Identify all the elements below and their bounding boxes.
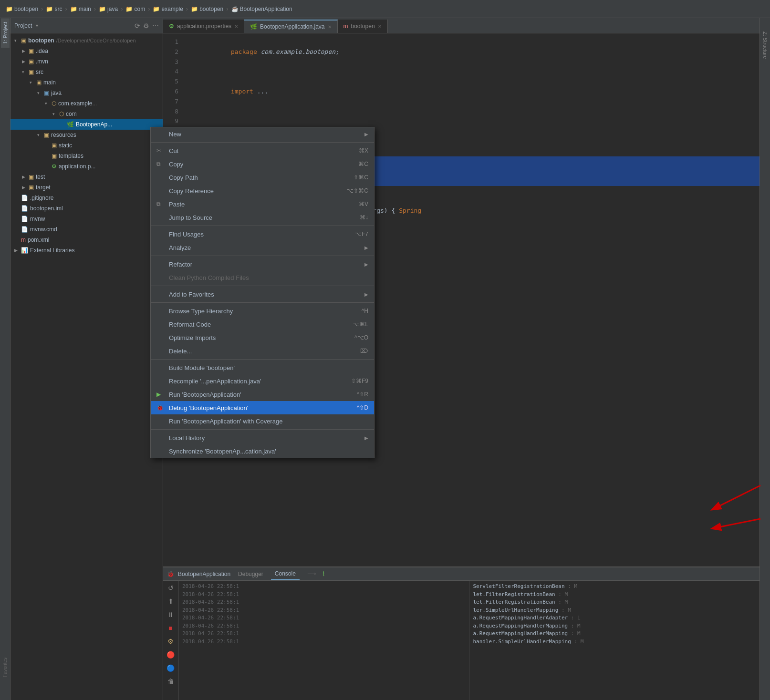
breadcrumb-example[interactable]: 📁 example (151, 6, 185, 12)
ctx-reformat[interactable]: Reformat Code ⌥⌘L (151, 318, 374, 331)
tree-resources[interactable]: ▾ ▣ resources (10, 130, 163, 140)
submenu-arrow: ▶ (364, 262, 368, 267)
close-tab-icon[interactable]: ✕ (234, 24, 238, 29)
tree-bootopen-class[interactable]: 🌿 BootopenAp... (10, 119, 163, 130)
stop-debug-btn[interactable]: ⬆ (166, 596, 176, 607)
right-log-6: a.RequestMappingHandlerMapping : M (473, 622, 756, 630)
tree-iml[interactable]: 📄 bootopen.iml (10, 203, 163, 214)
project-tab[interactable]: 1: Project (1, 18, 10, 48)
dropdown-arrow[interactable]: ▾ (36, 23, 38, 28)
ctx-copy-ref[interactable]: Copy Reference ⌥⇧⌘C (151, 184, 374, 197)
restart-btn[interactable]: ↺ (166, 583, 176, 593)
tab-console[interactable]: Console (271, 568, 300, 580)
ctx-add-fav[interactable]: Add to Favorites ▶ (151, 288, 374, 301)
ctx-sep-6 (151, 359, 374, 360)
package-icon: ⬡ (52, 100, 56, 107)
tab-app-props[interactable]: ⚙ application.properties ✕ (163, 20, 244, 33)
breadcrumb-src[interactable]: 📁 src (44, 6, 64, 12)
tree-idea[interactable]: ▶ ▣ .idea (10, 46, 163, 56)
folder-icon: ▣ (21, 37, 26, 44)
breadcrumb-bar: 📁 bootopen › 📁 src › 📁 main › 📁 java › 📁… (0, 0, 770, 18)
tree-test[interactable]: ▶ ▣ test (10, 172, 163, 182)
tree-static[interactable]: ▣ static (10, 140, 163, 151)
ctx-synchronize[interactable]: Synchronize 'BootopenAp...cation.java' (151, 444, 374, 458)
breadcrumb-com[interactable]: 📁 com (124, 6, 147, 12)
ctx-delete[interactable]: Delete... ⌦ (151, 344, 374, 358)
tree-main[interactable]: ▾ ▣ main (10, 77, 163, 88)
tab-bootopen-class[interactable]: 🌿 BootopenApplication.java ✕ (244, 20, 337, 33)
ctx-analyze[interactable]: Analyze ▶ (151, 241, 374, 254)
ctx-recompile[interactable]: Recompile '...penApplication.java' ⇧⌘F9 (151, 374, 374, 388)
tree-java[interactable]: ▾ ▣ java (10, 88, 163, 98)
submenu-arrow: ▶ (364, 292, 368, 297)
console-output[interactable]: 2018-04-26 22:58:1 2018-04-26 22:58:1 20… (178, 581, 469, 700)
tree-application-props[interactable]: ⚙ application.p... (10, 161, 163, 172)
expand-icon: ▾ (14, 38, 20, 43)
expand-icon: ▶ (22, 175, 28, 179)
stop-btn[interactable]: ■ (166, 623, 176, 633)
pause-btn[interactable]: ⏸ (166, 609, 176, 620)
breadcrumb-item[interactable]: 📁 bootopen (4, 6, 40, 12)
code-line-3: import ... (186, 77, 760, 106)
cut-icon: ✂ (156, 147, 166, 154)
tree-target[interactable]: ▶ ▣ target (10, 182, 163, 193)
tree-templates[interactable]: ▣ templates (10, 151, 163, 161)
ctx-jump-source[interactable]: Jump to Source ⌘↓ (151, 211, 374, 224)
ctx-cut[interactable]: ✂ Cut ⌘X (151, 144, 374, 157)
ctx-paste[interactable]: ⧉ Paste ⌘V (151, 197, 374, 211)
tree-src[interactable]: ▾ ▣ src (10, 67, 163, 77)
ctx-copy-path[interactable]: Copy Path ⇧⌘C (151, 171, 374, 184)
folder-icon: ▣ (29, 58, 34, 65)
submenu-arrow: ▶ (364, 435, 368, 441)
ctx-optimize[interactable]: Optimize Imports ^⌥O (151, 331, 374, 344)
console-right-output: ServletFilterRegistrationBean : M let.Fi… (469, 581, 760, 700)
tree-pom[interactable]: m pom.xml (10, 235, 163, 245)
tree-com[interactable]: ▾ ⬡ com (10, 109, 163, 119)
right-log-4: ler.SimpleUrlHandlerMapping : M (473, 607, 756, 615)
tree-gitignore[interactable]: 📄 .gitignore (10, 193, 163, 203)
close-tab-icon[interactable]: ✕ (378, 24, 382, 29)
bottom-section: 🐞 BootopenApplication Debugger Console ⟶… (163, 566, 760, 700)
breadcrumb-class[interactable]: ☕ BootopenApplication (229, 6, 294, 12)
settings-icon[interactable]: ⋯ (152, 22, 159, 30)
ctx-local-history[interactable]: Local History ▶ (151, 431, 374, 444)
ctx-new[interactable]: New ▶ (151, 127, 374, 141)
ctx-browse-hierarchy[interactable]: Browse Type Hierarchy ^H (151, 304, 374, 318)
ctx-find-usages[interactable]: Find Usages ⌥F7 (151, 227, 374, 241)
ctx-sep-4 (151, 286, 374, 286)
breadcrumb-bootopen[interactable]: 📁 bootopen (189, 6, 225, 12)
tree-mvn[interactable]: ▶ ▣ .mvn (10, 56, 163, 67)
filter-btn[interactable]: 🔵 (166, 663, 176, 673)
settings-btn[interactable]: ⚙ (166, 636, 176, 647)
structure-tab[interactable]: Z: Structure (761, 28, 770, 62)
expand-icon: ▾ (37, 133, 43, 137)
breadcrumb-main[interactable]: 📁 main (68, 6, 93, 12)
expand-icon: ▾ (52, 112, 58, 116)
ctx-copy[interactable]: ⧉ Copy ⌘C (151, 157, 374, 171)
tree-bootopen-root[interactable]: ▾ ▣ bootopen/Development/CodeOne/bootope… (10, 35, 163, 46)
ctx-debug[interactable]: 🐞 Debug 'BootopenApplication' ^⇧D (151, 401, 374, 414)
sync-icon[interactable]: ⟳ (135, 22, 140, 30)
clear-btn[interactable]: 🗑 (166, 676, 176, 687)
gear-icon[interactable]: ⚙ (143, 22, 149, 30)
log-line: 2018-04-26 22:58:1 (182, 607, 465, 615)
right-log-1: ServletFilterRegistrationBean : M (473, 583, 756, 591)
folder-icon: ▣ (29, 184, 34, 191)
panel-title: Project (14, 22, 32, 29)
tree-mvnw-cmd[interactable]: 📄 mvnw.cmd (10, 224, 163, 235)
file-tree: ▾ ▣ bootopen/Development/CodeOne/bootope… (10, 33, 163, 700)
ctx-run[interactable]: ▶ Run 'BootopenApplication' ^⇧R (151, 388, 374, 401)
ctx-run-coverage[interactable]: Run 'BootopenApplication' with Coverage (151, 414, 374, 428)
error-btn[interactable]: 🔴 (166, 649, 176, 660)
tree-mvnw[interactable]: 📄 mvnw (10, 214, 163, 224)
tree-com-example[interactable]: ▾ ⬡ com.example... (10, 98, 163, 109)
close-tab-icon[interactable]: ✕ (328, 24, 332, 30)
breadcrumb-java[interactable]: 📁 java (97, 6, 120, 12)
ctx-build-module[interactable]: Build Module 'bootopen' (151, 361, 374, 374)
favorites-tab[interactable]: Favorites (1, 654, 9, 681)
code-line-1: package com.example.bootopen; (186, 37, 760, 67)
tab-debugger[interactable]: Debugger (234, 569, 267, 579)
ctx-refactor[interactable]: Refactor ▶ (151, 257, 374, 271)
tab-bootopen-m[interactable]: m bootopen ✕ (338, 20, 388, 33)
tree-ext-libs[interactable]: ▶ 📊 External Libraries (10, 245, 163, 256)
